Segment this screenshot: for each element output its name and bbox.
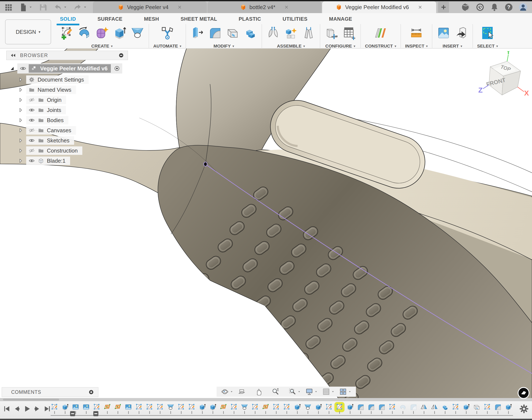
timeline-feature[interactable] xyxy=(315,403,322,414)
browser-item[interactable]: Named Views xyxy=(18,86,135,94)
tool-icon[interactable] xyxy=(437,26,450,40)
tab-close-icon[interactable] xyxy=(284,4,289,10)
timeline-feature-icon[interactable] xyxy=(199,403,206,411)
browser-item[interactable]: Bodies xyxy=(18,116,135,124)
timeline-feature[interactable] xyxy=(125,403,132,414)
nav-tool-caret-icon[interactable] xyxy=(246,390,250,394)
tool-icon[interactable] xyxy=(113,26,127,40)
nav-tool-icon[interactable] xyxy=(221,388,229,396)
playback-button[interactable] xyxy=(3,405,11,413)
timeline-feature[interactable] xyxy=(230,403,238,414)
nav-tool-icon[interactable] xyxy=(305,388,313,396)
expand-arrow-icon[interactable] xyxy=(18,107,23,113)
timeline-feature[interactable] xyxy=(304,403,312,414)
ribbon-tab[interactable]: SOLID xyxy=(59,15,76,24)
ribbon-group-label[interactable]: INSERT▾ xyxy=(443,44,462,49)
timeline-feature[interactable] xyxy=(420,403,428,414)
tool-icon[interactable] xyxy=(208,26,222,40)
timeline-feature-icon[interactable] xyxy=(346,403,354,411)
app-grid-icon[interactable] xyxy=(4,3,13,12)
tool-icon[interactable] xyxy=(266,26,280,40)
expand-arrow-icon[interactable] xyxy=(18,138,23,143)
timeline-feature-icon[interactable] xyxy=(378,403,386,411)
timeline-feature[interactable] xyxy=(241,403,248,414)
ribbon-tab[interactable]: MESH xyxy=(144,15,159,24)
ribbon-group-label[interactable]: CONFIGURE▾ xyxy=(325,44,355,49)
nav-tool[interactable] xyxy=(255,388,267,396)
save-icon[interactable] xyxy=(38,3,48,12)
nav-tool[interactable] xyxy=(272,388,284,396)
tool-icon[interactable] xyxy=(284,26,298,40)
timeline-feature[interactable] xyxy=(156,403,164,414)
ribbon-tab[interactable]: PLASTIC xyxy=(238,15,261,24)
timeline-feature-icon[interactable] xyxy=(304,403,312,411)
timeline-feature[interactable] xyxy=(388,403,396,414)
tool-icon[interactable] xyxy=(95,26,109,40)
timeline-feature-icon[interactable] xyxy=(146,403,153,411)
visibility-icon[interactable] xyxy=(28,127,35,134)
timeline-feature-icon[interactable] xyxy=(167,403,174,411)
timeline-feature[interactable] xyxy=(293,403,301,414)
tool-icon[interactable] xyxy=(454,26,468,40)
timeline-feature-icon[interactable] xyxy=(219,403,227,411)
timeline-feature-icon[interactable] xyxy=(230,403,238,411)
timeline-feature[interactable] xyxy=(399,403,407,414)
timeline-feature[interactable] xyxy=(262,403,269,414)
nav-tool[interactable] xyxy=(305,388,318,396)
browser-item[interactable]: Joints xyxy=(18,106,135,114)
timeline-feature[interactable] xyxy=(504,403,512,414)
browser-item[interactable]: Construction xyxy=(18,146,135,155)
timeline-feature-icon[interactable] xyxy=(399,403,407,411)
visibility-icon[interactable] xyxy=(28,157,35,164)
selected-root-highlight[interactable]: Veggie Peeler Modified v6 xyxy=(29,64,111,73)
ribbon-group-label[interactable]: MODIFY▾ xyxy=(214,44,234,49)
timeline-feature-icon[interactable] xyxy=(315,403,322,411)
expand-arrow-icon[interactable] xyxy=(9,66,15,71)
timeline-group-collapse[interactable] xyxy=(70,411,75,416)
minimize-browser-icon[interactable] xyxy=(118,52,124,59)
tab-close-icon[interactable] xyxy=(177,4,182,10)
ribbon-group-label[interactable]: CONSTRUCT▾ xyxy=(365,44,396,49)
timeline-feature-icon[interactable] xyxy=(420,403,428,411)
comments-bar[interactable]: COMMENTS xyxy=(2,387,98,397)
browser-item[interactable]: Document Settings xyxy=(18,75,135,84)
view-cube[interactable]: TOP FRONT Y Z X xyxy=(476,51,532,107)
tool-icon[interactable] xyxy=(226,26,240,40)
ribbon-tab[interactable]: SURFACE xyxy=(97,15,123,24)
timeline-feature[interactable] xyxy=(51,403,58,414)
timeline-feature[interactable] xyxy=(146,403,153,414)
timeline-feature[interactable] xyxy=(114,403,122,414)
timeline-feature[interactable] xyxy=(177,403,185,414)
ribbon-tab[interactable]: SHEET METAL xyxy=(180,15,217,24)
playback-button[interactable] xyxy=(13,405,21,413)
timeline-feature[interactable] xyxy=(272,403,280,414)
add-comment-icon[interactable] xyxy=(88,389,94,395)
timeline-feature-icon[interactable] xyxy=(431,403,438,411)
timeline-scrollbar-handle[interactable] xyxy=(3,399,59,401)
timeline-feature[interactable] xyxy=(188,403,196,414)
timeline-feature-icon[interactable] xyxy=(336,403,343,411)
expand-arrow-icon[interactable] xyxy=(18,87,23,92)
timeline-feature[interactable] xyxy=(378,403,386,414)
visibility-icon[interactable] xyxy=(19,65,27,72)
expand-arrow-icon[interactable] xyxy=(18,118,23,123)
visibility-icon[interactable] xyxy=(28,147,35,154)
titlebar-right-icon[interactable] xyxy=(475,2,485,12)
ribbon-group-label[interactable]: SELECT▾ xyxy=(477,44,498,49)
timeline-feature-icon[interactable] xyxy=(125,403,132,411)
timeline-feature[interactable] xyxy=(462,403,470,414)
expand-arrow-icon[interactable] xyxy=(18,128,23,133)
timeline-feature-icon[interactable] xyxy=(283,403,290,411)
nav-tool[interactable] xyxy=(322,388,335,396)
timeline-feature-icon[interactable] xyxy=(473,403,480,411)
timeline-feature[interactable] xyxy=(61,403,69,414)
timeline-feature-icon[interactable] xyxy=(272,403,280,411)
ribbon-group-label[interactable]: CREATE▾ xyxy=(91,44,113,49)
tool-icon[interactable] xyxy=(374,26,388,40)
workspace-switcher[interactable]: DESIGN ▾ xyxy=(5,19,51,44)
tab-close-icon[interactable] xyxy=(417,4,423,10)
nav-tool-caret-icon[interactable] xyxy=(331,390,335,394)
timeline-feature-icon[interactable] xyxy=(462,403,470,411)
nav-tool[interactable] xyxy=(339,388,352,396)
timeline-feature[interactable] xyxy=(452,403,459,414)
